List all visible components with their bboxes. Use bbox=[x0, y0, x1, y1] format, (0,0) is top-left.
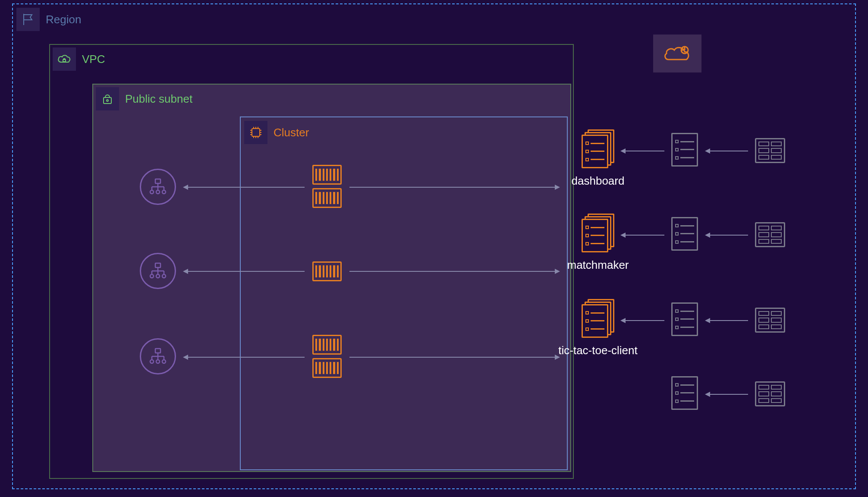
task-def-label-tictactoe: tic-tac-toe-client bbox=[538, 344, 658, 357]
subnet-label: Public subnet bbox=[125, 92, 192, 106]
load-balancer-icon bbox=[140, 169, 176, 205]
svg-rect-17 bbox=[155, 179, 160, 183]
arrow-icon bbox=[184, 187, 305, 188]
svg-point-41 bbox=[150, 360, 154, 363]
task-definition-icon bbox=[582, 129, 614, 168]
svg-point-23 bbox=[150, 190, 154, 194]
arrow-icon bbox=[184, 271, 305, 272]
arrow-icon bbox=[184, 357, 305, 358]
arrow-icon bbox=[621, 320, 664, 321]
load-balancer-icon bbox=[140, 338, 176, 374]
region-boundary: Region VPC P bbox=[12, 3, 856, 489]
svg-point-32 bbox=[150, 274, 154, 278]
ecs-container-icon bbox=[312, 261, 342, 281]
service-list-icon bbox=[671, 133, 698, 167]
svg-rect-35 bbox=[155, 349, 160, 353]
vpc-label-group: VPC bbox=[53, 47, 105, 71]
vpc-label: VPC bbox=[82, 53, 105, 66]
region-label-group: Region bbox=[16, 8, 81, 31]
service-list-icon bbox=[671, 302, 698, 336]
svg-point-24 bbox=[156, 190, 160, 194]
ecs-container-icon bbox=[312, 358, 342, 378]
ecs-container-icon bbox=[312, 335, 342, 355]
svg-rect-4 bbox=[252, 129, 260, 136]
svg-rect-1 bbox=[63, 60, 66, 62]
cluster-boundary: Cluster bbox=[240, 116, 568, 470]
container-grid-icon bbox=[755, 308, 785, 333]
svg-point-3 bbox=[107, 100, 108, 101]
arrow-icon bbox=[349, 271, 559, 272]
service-list-icon bbox=[671, 217, 698, 251]
arrow-icon bbox=[349, 357, 559, 358]
task-def-label-dashboard: dashboard bbox=[538, 174, 658, 188]
region-label: Region bbox=[46, 13, 81, 26]
svg-point-25 bbox=[162, 190, 166, 194]
task-definition-icon bbox=[582, 299, 614, 338]
load-balancer-icon bbox=[140, 253, 176, 289]
cluster-label-group: Cluster bbox=[244, 121, 309, 144]
arrow-icon bbox=[621, 151, 664, 151]
svg-point-42 bbox=[156, 360, 160, 363]
container-grid-icon bbox=[755, 222, 785, 247]
svg-point-43 bbox=[162, 360, 166, 363]
task-def-label-matchmaker: matchmaker bbox=[538, 258, 658, 272]
container-grid-icon bbox=[755, 381, 785, 406]
vpc-boundary: VPC Public subnet bbox=[49, 44, 574, 479]
cluster-label: Cluster bbox=[274, 126, 309, 139]
arrow-icon bbox=[706, 151, 748, 151]
subnet-lock-icon bbox=[96, 87, 119, 110]
subnet-label-group: Public subnet bbox=[96, 87, 192, 110]
container-grid-icon bbox=[755, 138, 785, 163]
svg-rect-2 bbox=[104, 98, 111, 104]
cloudfront-area-icon bbox=[653, 35, 701, 72]
task-definition-icon bbox=[582, 214, 614, 252]
arrow-icon bbox=[621, 235, 664, 236]
ecs-container-icon bbox=[312, 165, 342, 185]
service-list-icon bbox=[671, 376, 698, 410]
arrow-icon bbox=[706, 235, 748, 236]
vpc-cloud-lock-icon bbox=[53, 47, 76, 71]
svg-point-33 bbox=[156, 274, 160, 278]
public-subnet-boundary: Public subnet Cluster bbox=[92, 84, 571, 472]
cluster-chip-icon bbox=[244, 121, 267, 144]
ecs-container-icon bbox=[312, 188, 342, 208]
region-flag-icon bbox=[16, 8, 40, 31]
arrow-icon bbox=[706, 320, 748, 321]
arrow-icon bbox=[706, 394, 748, 395]
svg-point-34 bbox=[162, 274, 166, 278]
arrow-icon bbox=[349, 187, 559, 188]
svg-rect-26 bbox=[155, 263, 160, 267]
